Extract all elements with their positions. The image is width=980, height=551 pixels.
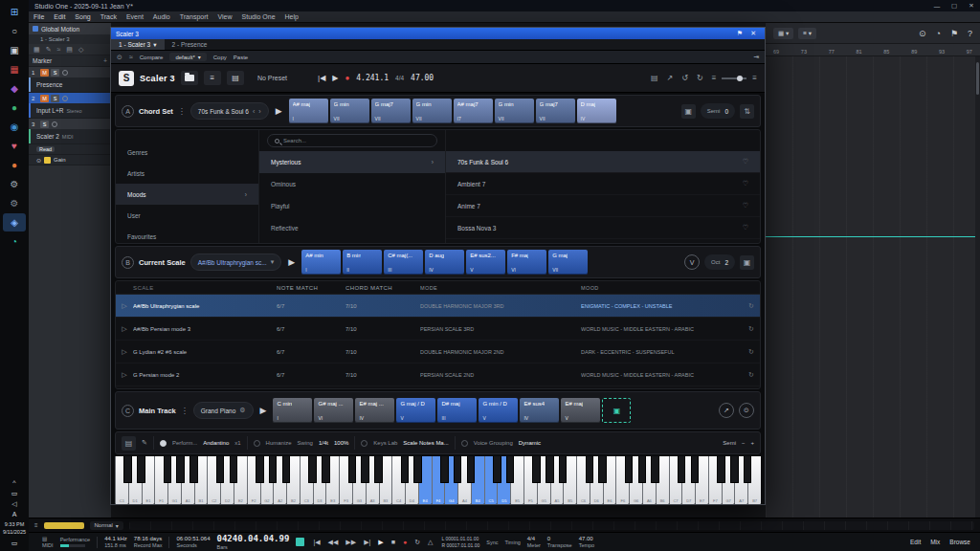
routing-icon[interactable]: ≈ bbox=[129, 54, 133, 60]
row-play-icon[interactable]: ▷ bbox=[116, 348, 133, 356]
chord-pad-a#-maj7[interactable]: A# maj7I7 bbox=[454, 99, 493, 123]
play-chord-set-button[interactable]: ▶ bbox=[274, 106, 284, 116]
grid-view-button[interactable]: ▦ ▾ bbox=[773, 28, 793, 39]
list-button[interactable]: ▤ bbox=[227, 71, 244, 85]
kebab-menu-icon[interactable]: ⋮ bbox=[181, 407, 189, 415]
task-view-icon[interactable]: ▣ bbox=[3, 41, 26, 59]
swing-value[interactable]: 1/4t bbox=[319, 440, 328, 446]
hamburger-icon[interactable]: ≡ bbox=[752, 74, 757, 82]
automation-row[interactable]: ⊙Gain bbox=[29, 155, 111, 165]
kebab-menu-icon[interactable]: ⋮ bbox=[178, 107, 186, 116]
mood-item-reflective[interactable]: Reflective bbox=[259, 217, 445, 239]
empty-pad-slot[interactable]: ▣ bbox=[602, 398, 631, 423]
piano-key-f#7[interactable] bbox=[717, 456, 725, 483]
settings-gear-icon[interactable]: ⚙ bbox=[3, 175, 26, 193]
pin-icon[interactable]: ⚑ bbox=[733, 30, 746, 37]
clock-icon[interactable]: ◔ bbox=[935, 29, 940, 38]
automation-row[interactable]: Read bbox=[29, 144, 111, 155]
play-button[interactable]: ▶ bbox=[332, 74, 338, 82]
row-action-icon[interactable]: ↻ bbox=[743, 302, 760, 310]
copy-icon[interactable]: ▣ bbox=[681, 104, 696, 119]
mood-item-ominous[interactable]: Ominous bbox=[259, 173, 445, 195]
automation-mode-select[interactable]: Normal ▾ bbox=[90, 521, 123, 530]
share-icon[interactable]: ↗ bbox=[719, 403, 734, 418]
browser-nav-user[interactable]: User bbox=[116, 205, 258, 226]
page-button-browse[interactable]: Browse bbox=[949, 539, 970, 545]
favourite-icon[interactable]: ♡ bbox=[743, 202, 748, 209]
stop-button[interactable]: ■ bbox=[390, 539, 397, 545]
menu-item-view[interactable]: View bbox=[212, 13, 236, 20]
display-icon[interactable]: ▭ bbox=[4, 488, 25, 498]
start-button[interactable]: ⊞ bbox=[3, 3, 26, 21]
menu-item-help[interactable]: Help bbox=[280, 13, 303, 20]
solo-button[interactable]: S bbox=[51, 95, 59, 102]
chord-pad-c-min[interactable]: C minI bbox=[273, 398, 312, 423]
pinned-app-teal-icon[interactable]: ◔ bbox=[3, 232, 26, 251]
automation-mode-chip[interactable]: Read bbox=[36, 146, 55, 152]
record-arm-button[interactable] bbox=[52, 121, 57, 127]
gear-icon[interactable]: ⚙ bbox=[239, 407, 245, 414]
pencil-tool-icon[interactable]: ✎ bbox=[46, 46, 52, 54]
mute-button[interactable]: M bbox=[40, 69, 49, 77]
volume-icon[interactable]: ◁ bbox=[4, 498, 25, 509]
favourite-icon[interactable]: ♡ bbox=[743, 158, 748, 165]
piano-key-f#5[interactable] bbox=[532, 456, 541, 483]
plus-button[interactable]: + bbox=[750, 440, 754, 446]
chord-pad-g-maj7[interactable]: G maj7VII bbox=[371, 99, 411, 123]
chord-pad-g#-maj[interactable]: G# maj ...VI bbox=[314, 398, 353, 423]
chord-pad-g-min-d[interactable]: G min / DV bbox=[479, 398, 518, 423]
chord-set-item-anime-7[interactable]: Anime 7♡ bbox=[446, 195, 760, 217]
search-input[interactable]: Search... bbox=[267, 134, 437, 147]
swap-icon[interactable]: ⇅ bbox=[740, 104, 754, 119]
wave-tool-icon[interactable]: ≈ bbox=[57, 46, 61, 53]
chord-pad-e#-maj[interactable]: E# majV bbox=[561, 398, 600, 423]
power-icon[interactable]: ⊙ bbox=[36, 157, 41, 164]
record-arm-button[interactable] bbox=[62, 96, 68, 101]
chord-pad-g-min[interactable]: G minVII bbox=[330, 99, 369, 123]
favourite-icon[interactable]: ♡ bbox=[743, 180, 748, 187]
strip-track-area[interactable] bbox=[129, 521, 974, 530]
piano-key-d#5[interactable] bbox=[506, 456, 515, 483]
row-play-icon[interactable]: ▷ bbox=[116, 302, 133, 310]
piano-key-a#2[interactable] bbox=[282, 456, 291, 483]
swing-percent[interactable]: 100% bbox=[334, 440, 348, 446]
plugin-tab-presence[interactable]: 2 - Presence bbox=[165, 39, 215, 50]
list-view-button[interactable]: ≡ ▾ bbox=[798, 28, 816, 39]
scale-table-row[interactable]: ▷G Persian mode 26/77/10PERSIAN SCALE 2N… bbox=[116, 364, 760, 386]
language-indicator[interactable]: A bbox=[4, 509, 25, 519]
piano-key-c#2[interactable] bbox=[216, 456, 225, 483]
row-play-icon[interactable]: ▷ bbox=[116, 325, 133, 333]
minus-button[interactable]: − bbox=[742, 440, 746, 446]
piano-key-a#4[interactable] bbox=[467, 456, 476, 483]
track[interactable]: 3SScaler 2MIDI bbox=[29, 119, 111, 144]
pinned-app-purple-icon[interactable]: ◆ bbox=[3, 79, 26, 98]
return-to-start-button[interactable]: |◀ bbox=[311, 539, 322, 546]
perform-value[interactable]: Andantino bbox=[203, 440, 229, 446]
chord-pad-d#-maj[interactable]: D# majIII bbox=[437, 398, 477, 423]
page-button-mix[interactable]: Mix bbox=[930, 539, 940, 545]
chord-pad-f#-maj[interactable]: F# majVI bbox=[507, 250, 546, 275]
piano-key-f#3[interactable] bbox=[348, 456, 357, 483]
piano-key-a#3[interactable] bbox=[374, 456, 383, 483]
piano-key-d#4[interactable] bbox=[413, 456, 422, 483]
pencil-icon[interactable]: ✎ bbox=[142, 439, 147, 447]
bell-icon[interactable]: ⚑ bbox=[950, 29, 958, 38]
keyboard-icon[interactable]: ▤ bbox=[122, 436, 136, 451]
maximize-button[interactable]: ▢ bbox=[946, 0, 963, 11]
browser-nav-moods[interactable]: Moods› bbox=[116, 184, 258, 205]
perform-label[interactable]: Perform... bbox=[172, 440, 197, 446]
track[interactable]: 2MSInput L+RStereo bbox=[29, 93, 111, 119]
semitone-control[interactable]: Semi 0 bbox=[701, 103, 735, 119]
preset-browser-button[interactable] bbox=[181, 71, 198, 85]
return-to-start-button[interactable]: |◀ bbox=[318, 74, 325, 82]
chord-pad-c#-maj[interactable]: C# maj(...III bbox=[384, 250, 423, 275]
meter-block[interactable]: 4/4 Meter bbox=[527, 536, 541, 549]
chord-pad-e#-maj[interactable]: E# maj ...IV bbox=[355, 398, 394, 423]
transpose-block[interactable]: 0 Transpose bbox=[547, 536, 572, 549]
piano-key-g#1[interactable] bbox=[176, 456, 185, 483]
row-play-icon[interactable]: ▷ bbox=[116, 371, 133, 379]
octave-control[interactable]: Oct 2 bbox=[704, 254, 735, 270]
menu-item-event[interactable]: Event bbox=[122, 13, 148, 20]
chord-pad-g-maj7[interactable]: G maj7VII bbox=[536, 99, 575, 123]
track[interactable]: 1MSPresence bbox=[29, 67, 111, 93]
